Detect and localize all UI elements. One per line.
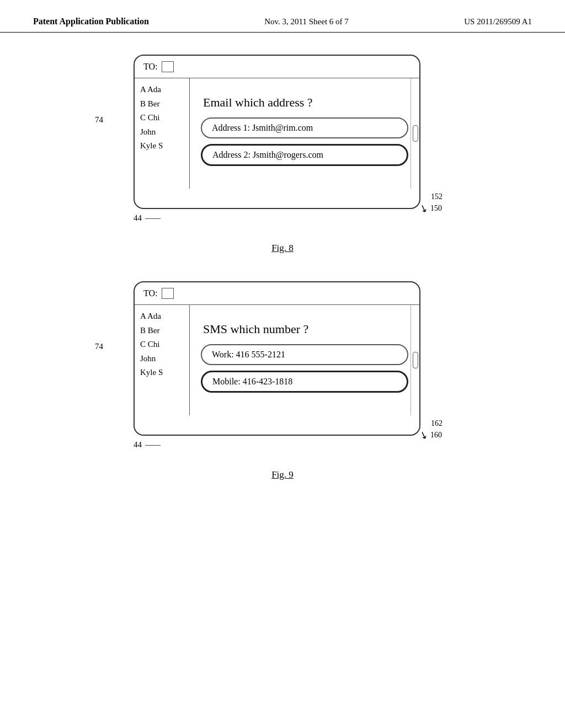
- fig9-popup-area: SMS which number ? Work: 416 555-2121 Mo…: [190, 305, 419, 415]
- fig8-option2[interactable]: Address 2: Jsmith@rogers.com: [201, 144, 408, 166]
- fig8-scrollbar[interactable]: [411, 78, 419, 189]
- ref-162-fig9: 162: [431, 419, 443, 428]
- fig8-to-row: TO:: [135, 56, 419, 78]
- figure-8-container: 74 TO: A Ada B Ber C Chi Jo: [33, 55, 532, 254]
- fig8-contact-list: A Ada B Ber C Chi John Kyle S Email whic…: [135, 78, 419, 189]
- fig8-contact-1: A Ada: [140, 83, 184, 97]
- page-header: Patent Application Publication Nov. 3, 2…: [0, 0, 565, 33]
- fig9-phone-mockup: TO: A Ada B Ber C Chi John Kyle S: [134, 281, 420, 436]
- ref-44-fig9: 44: [134, 440, 142, 449]
- fig8-to-label: TO:: [143, 62, 157, 72]
- fig9-to-row: TO:: [135, 282, 419, 305]
- fig9-contact-1: A Ada: [140, 309, 184, 324]
- ref-44-fig8: 44: [134, 213, 142, 223]
- fig9-contact-4: John: [140, 352, 184, 366]
- fig9-option1[interactable]: Work: 416 555-2121: [201, 344, 408, 365]
- ref-74-fig8: 74: [95, 115, 103, 125]
- fig8-contact-4: John: [140, 125, 184, 140]
- fig9-scrollbar[interactable]: [411, 305, 419, 415]
- fig9-popup-title: SMS which number ?: [201, 322, 408, 336]
- ref-152-fig8: 152: [431, 192, 443, 201]
- ref-150-fig8: 150: [430, 204, 442, 213]
- fig8-popup-area: Email which address ? Address 1: Jsmith@…: [190, 78, 419, 189]
- fig8-phone-mockup: TO: A Ada B Ber C Chi John Kyle S: [134, 55, 420, 209]
- fig9-contacts: A Ada B Ber C Chi John Kyle S: [135, 305, 190, 415]
- fig8-option1[interactable]: Address 1: Jsmith@rim.com: [201, 117, 408, 138]
- fig8-scrollbar-thumb: [413, 125, 418, 142]
- fig8-popup-title: Email which address ?: [201, 95, 408, 110]
- fig9-contact-3: C Chi: [140, 338, 184, 352]
- fig8-label: Fig. 8: [271, 243, 294, 254]
- patent-number: US 2011/269509 A1: [464, 17, 532, 26]
- ref-160-fig9: 160: [430, 431, 442, 440]
- fig9-contact-list: A Ada B Ber C Chi John Kyle S SMS which …: [135, 305, 419, 415]
- ref-44-arrow-fig9: ——: [145, 441, 161, 449]
- fig8-to-input[interactable]: [162, 61, 174, 72]
- fig9-contact-2: B Ber: [140, 324, 184, 338]
- fig8-contacts: A Ada B Ber C Chi John Kyle S: [135, 78, 190, 189]
- fig8-wrapper: 74 TO: A Ada B Ber C Chi Jo: [89, 55, 476, 223]
- fig9-option2[interactable]: Mobile: 416-423-1818: [201, 371, 408, 393]
- fig9-to-label: TO:: [143, 288, 157, 298]
- fig8-contact-3: C Chi: [140, 111, 184, 125]
- fig9-contact-5: Kyle S: [140, 366, 184, 380]
- main-content: 74 TO: A Ada B Ber C Chi Jo: [0, 33, 565, 530]
- date-sheet-info: Nov. 3, 2011 Sheet 6 of 7: [264, 17, 349, 26]
- ref-74-fig9: 74: [95, 342, 103, 351]
- fig9-to-input[interactable]: [162, 288, 174, 299]
- figure-9-container: 74 TO: A Ada B Ber C Chi Jo: [33, 281, 532, 480]
- ref-44-arrow-fig8: ——: [145, 214, 161, 223]
- fig9-scrollbar-thumb: [413, 352, 418, 368]
- fig8-contact-5: Kyle S: [140, 139, 184, 153]
- publication-title: Patent Application Publication: [33, 17, 149, 26]
- fig9-label: Fig. 9: [271, 469, 294, 480]
- fig8-contact-2: B Ber: [140, 97, 184, 111]
- fig9-wrapper: 74 TO: A Ada B Ber C Chi Jo: [89, 281, 476, 449]
